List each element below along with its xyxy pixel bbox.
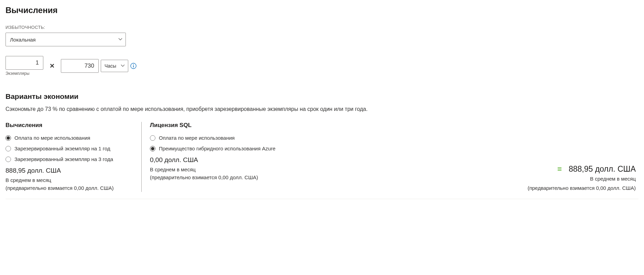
- compute-upfront: (предварительно взимается 0,00 долл. США…: [6, 184, 133, 192]
- sql-price: 0,00 долл. США: [150, 156, 281, 164]
- multiply-icon: ✕: [50, 62, 55, 70]
- duration-unit-wrap: Часы: [101, 60, 128, 72]
- svg-rect-2: [133, 66, 134, 68]
- savings-title: Варианты экономии: [6, 92, 638, 101]
- savings-options-row: Вычисления Оплата по мере использования …: [6, 122, 638, 199]
- info-icon[interactable]: [130, 63, 137, 69]
- compute-option-payg[interactable]: Оплата по мере использования: [6, 135, 133, 141]
- compute-option-1yr[interactable]: Зарезервированный экземпляр на 1 год: [6, 146, 133, 151]
- sql-option-hybrid[interactable]: Преимущество гибридного использования Az…: [150, 146, 281, 151]
- compute-radio-3yr[interactable]: [6, 157, 11, 162]
- compute-option-label: Зарезервированный экземпляр на 3 года: [14, 156, 113, 162]
- total-upfront: (предварительно взимается 0,00 долл. США…: [527, 184, 636, 192]
- compute-option-3yr[interactable]: Зарезервированный экземпляр на 3 года: [6, 156, 133, 162]
- instances-block: Экземпляры: [6, 56, 43, 76]
- redundancy-label: ИЗБЫТОЧНОСТЬ:: [6, 25, 638, 30]
- duration-group: Часы: [61, 59, 137, 73]
- compute-price: 888,95 долл. США: [6, 167, 133, 174]
- instances-duration-row: Экземпляры ✕ Часы: [6, 56, 638, 76]
- sql-options-column: Лицензия SQL Оплата по мере использовани…: [141, 122, 289, 192]
- redundancy-select-wrap: Локальная: [6, 33, 126, 46]
- sql-radio-payg[interactable]: [150, 135, 155, 141]
- compute-section-title: Вычисления: [6, 5, 638, 15]
- compute-option-label: Зарезервированный экземпляр на 1 год: [14, 146, 110, 151]
- sql-option-label: Преимущество гибридного использования Az…: [159, 146, 275, 151]
- sql-upfront: (предварительно взимается 0,00 долл. США…: [150, 174, 281, 182]
- compute-radio-payg[interactable]: [6, 135, 11, 141]
- total-price: 888,95 долл. США: [569, 164, 636, 174]
- svg-point-1: [133, 64, 134, 65]
- savings-description: Сэкономьте до 73 % по сравнению с оплато…: [6, 106, 638, 112]
- sql-radio-hybrid[interactable]: [150, 146, 155, 151]
- equals-icon: =: [557, 165, 562, 174]
- duration-unit-select[interactable]: Часы: [101, 60, 128, 72]
- compute-column-title: Вычисления: [6, 122, 133, 129]
- compute-options-column: Вычисления Оплата по мере использования …: [6, 122, 141, 192]
- redundancy-select[interactable]: Локальная: [6, 33, 126, 46]
- compute-radio-1yr[interactable]: [6, 146, 11, 151]
- compute-option-label: Оплата по мере использования: [14, 135, 90, 141]
- instances-input[interactable]: [6, 56, 43, 70]
- total-avg: В среднем в месяц: [590, 175, 636, 183]
- duration-input[interactable]: [61, 59, 99, 73]
- compute-avg: В среднем в месяц: [6, 176, 133, 184]
- total-column: = 888,95 долл. США В среднем в месяц (пр…: [289, 122, 638, 192]
- instances-sublabel: Экземпляры: [6, 71, 43, 76]
- total-row: = 888,95 долл. США: [557, 164, 636, 174]
- sql-column-title: Лицензия SQL: [150, 122, 281, 129]
- sql-avg: В среднем в месяц: [150, 166, 281, 174]
- sql-option-label: Оплата по мере использования: [159, 135, 234, 141]
- sql-option-payg[interactable]: Оплата по мере использования: [150, 135, 281, 141]
